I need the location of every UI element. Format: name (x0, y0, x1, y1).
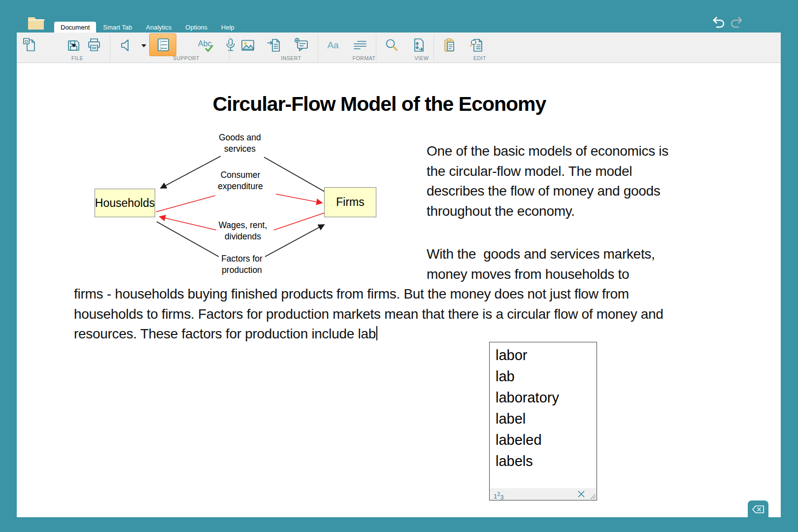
toolbar-separator (376, 34, 376, 61)
toolbar-group-label-view: VIEW (392, 55, 451, 61)
toolbar-separator (110, 34, 110, 61)
save-dropdown-arrow[interactable] (71, 44, 76, 47)
line-goods-from-firms (264, 157, 325, 192)
folder-icon[interactable] (27, 15, 45, 31)
flow-label-line: Consumer (211, 169, 270, 181)
word-prediction-icon: 1 2 3 (154, 36, 172, 54)
backspace-button[interactable] (748, 500, 768, 518)
prediction-footer: 123 (490, 488, 597, 500)
prediction-item[interactable]: labels (490, 451, 597, 472)
comment-icon (293, 36, 310, 54)
tab-smart-tab[interactable]: Smart Tab (96, 22, 139, 33)
paragraph-intro[interactable]: One of the basic models of economics is … (427, 141, 684, 221)
word-prediction-panel: labor lab laboratory label labeled label… (489, 342, 597, 500)
flow-label-line: production (212, 265, 271, 276)
circular-flow-diagram[interactable]: Households Firms Goods and services Cons… (74, 128, 409, 286)
svg-text:2: 2 (160, 43, 162, 47)
flow-label-factors-production: Factors for production (212, 253, 271, 276)
speak-button[interactable] (117, 36, 135, 55)
flow-label-line: dividends (213, 231, 272, 242)
flow-label-line: expenditure (211, 181, 270, 192)
page-layout-icon (410, 36, 428, 54)
speaker-icon (117, 36, 135, 54)
paragraph-markets[interactable]: With the goods and services markets, mon… (427, 244, 688, 284)
flow-label-wages-rent-dividends: Wages, rent, dividends (213, 220, 272, 242)
toolbar-separator (433, 34, 434, 61)
page-layout-button[interactable] (410, 36, 428, 55)
diagram-node-households: Households (95, 189, 155, 217)
insert-picture-button[interactable] (239, 36, 257, 55)
word-prediction-button[interactable]: 1 2 3 (149, 33, 176, 56)
tab-bar: Document Smart Tab Analytics Options Hel… (54, 22, 241, 33)
paragraph-body[interactable]: firms - households buying finished produ… (74, 284, 695, 344)
undo-icon (710, 15, 727, 29)
tab-analytics[interactable]: Analytics (139, 22, 178, 33)
svg-text:D: D (25, 39, 28, 44)
backspace-icon (751, 504, 765, 514)
line-factors-from-households (157, 222, 219, 257)
paste-button[interactable] (440, 36, 458, 55)
toolbar-group-label-insert: INSERT (262, 55, 321, 61)
toolbar-group-label-edit: EDIT (450, 55, 509, 61)
spellcheck-button[interactable]: Abc (197, 36, 215, 55)
flow-label-line: services (210, 143, 269, 155)
line-wages-from-firms (274, 213, 325, 230)
print-icon (85, 36, 103, 54)
spellcheck-icon: Abc (197, 36, 215, 54)
font-button[interactable]: Aa (324, 36, 342, 55)
undo-button[interactable] (710, 15, 727, 29)
dictation-button[interactable] (222, 36, 239, 55)
print-button[interactable] (85, 36, 103, 55)
prediction-item[interactable]: labeled (490, 430, 597, 451)
toolbar-group-label-support: SUPPORT (157, 55, 216, 61)
close-icon[interactable] (577, 490, 586, 499)
microphone-icon (222, 36, 239, 54)
arrow-factors-to-firms (265, 225, 324, 257)
font-icon: Aa (327, 40, 338, 51)
find-in-document-icon (468, 36, 486, 54)
magnifier-icon (383, 36, 400, 54)
paragraph-text: firms - households buying finished produ… (74, 286, 667, 341)
text-cursor (376, 326, 377, 340)
prediction-item[interactable]: labor (490, 345, 597, 366)
find-button[interactable] (468, 36, 486, 55)
svg-text:1: 1 (160, 40, 162, 43)
insert-comment-button[interactable] (293, 36, 310, 55)
prediction-list: labor lab laboratory label labeled label… (490, 342, 597, 472)
flow-label-goods-services: Goods and services (210, 132, 269, 155)
numbers-toggle-icon[interactable]: 123 (494, 489, 504, 503)
flow-label-consumer-expenditure: Consumer expenditure (211, 169, 270, 192)
speak-dropdown-arrow[interactable] (141, 44, 146, 47)
toolbar-group-label-format: FORMAT (334, 55, 394, 61)
flow-label-line: Wages, rent, (213, 220, 272, 231)
prediction-item[interactable]: lab (490, 366, 597, 387)
prediction-item[interactable]: label (490, 408, 597, 430)
diagram-node-firms: Firms (324, 187, 376, 217)
svg-text:3: 3 (160, 47, 162, 50)
zoom-button[interactable] (383, 36, 400, 55)
folder-icon-svg (27, 15, 45, 31)
prediction-item[interactable]: laboratory (490, 387, 597, 408)
resize-handle-icon[interactable] (590, 493, 596, 499)
tab-document[interactable]: Document (54, 22, 96, 33)
paste-clipboard-icon (440, 36, 458, 54)
arrow-expenditure-to-firms (276, 194, 322, 203)
flow-label-line: Factors for (212, 253, 271, 265)
numbers-toggle-digit: 3 (500, 494, 503, 501)
document-title[interactable]: Circular-Flow Model of the Economy (74, 93, 685, 116)
redo-icon (729, 15, 745, 29)
tab-options[interactable]: Options (178, 22, 214, 33)
align-text-icon (351, 36, 369, 54)
flow-label-line: Goods and (210, 132, 269, 143)
picture-icon (239, 36, 257, 54)
check-icon (205, 45, 214, 53)
tab-help[interactable]: Help (214, 22, 241, 33)
paragraph-format-button[interactable] (351, 36, 369, 55)
line-expenditure-from-households (156, 196, 215, 212)
insert-document-icon (266, 36, 283, 54)
toolbar-group-label-file: FILE (48, 55, 107, 61)
new-document-button[interactable]: D (21, 36, 38, 55)
insert-document-button[interactable] (266, 36, 283, 55)
new-document-icon: D (21, 36, 38, 54)
redo-button[interactable] (729, 15, 745, 29)
